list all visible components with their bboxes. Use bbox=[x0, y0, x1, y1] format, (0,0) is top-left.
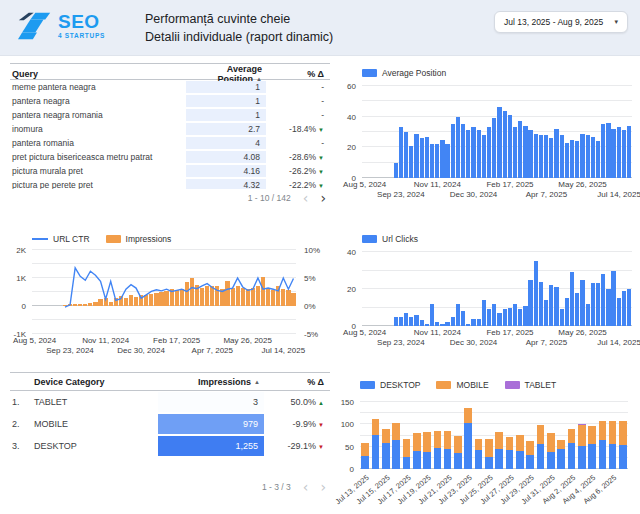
data-bar[interactable] bbox=[570, 272, 574, 326]
data-bar[interactable] bbox=[570, 140, 574, 178]
bar-stack[interactable] bbox=[454, 402, 462, 469]
data-bar[interactable] bbox=[456, 304, 460, 326]
data-bar[interactable] bbox=[409, 146, 413, 178]
data-bar[interactable] bbox=[482, 300, 486, 326]
table-row[interactable]: meme pantera neagra1- bbox=[10, 80, 330, 94]
data-bar[interactable] bbox=[611, 129, 615, 178]
data-bar[interactable] bbox=[596, 283, 600, 326]
bar-stack[interactable] bbox=[382, 402, 390, 469]
data-bar[interactable] bbox=[461, 124, 465, 178]
data-bar[interactable] bbox=[544, 300, 548, 326]
data-bar[interactable] bbox=[539, 282, 543, 326]
data-bar[interactable] bbox=[554, 129, 558, 178]
data-bar[interactable] bbox=[544, 135, 548, 178]
data-bar[interactable] bbox=[513, 127, 517, 178]
bar-stack[interactable] bbox=[444, 402, 452, 469]
data-bar[interactable] bbox=[503, 309, 507, 326]
bar-stack[interactable] bbox=[485, 402, 493, 469]
data-bar[interactable] bbox=[425, 137, 429, 178]
data-bar[interactable] bbox=[534, 134, 538, 178]
data-bar[interactable] bbox=[606, 123, 610, 178]
bar-stack[interactable] bbox=[495, 402, 503, 469]
table-row[interactable]: inomura2.7-18.4%▼ bbox=[10, 122, 330, 136]
column-header[interactable]: Device Category bbox=[32, 377, 156, 387]
bar-stack[interactable] bbox=[392, 402, 400, 469]
data-bar[interactable] bbox=[461, 311, 465, 326]
data-bar[interactable] bbox=[560, 309, 564, 326]
bar-stack[interactable] bbox=[423, 402, 431, 469]
data-bar[interactable] bbox=[518, 121, 522, 178]
prev-page-button[interactable]: ‹ bbox=[303, 482, 309, 492]
date-range-picker[interactable]: Jul 13, 2025 - Aug 9, 2025 ▾ bbox=[494, 11, 628, 33]
data-bar[interactable] bbox=[611, 271, 615, 327]
data-bar[interactable] bbox=[591, 137, 595, 178]
next-page-button[interactable]: › bbox=[320, 482, 326, 492]
bar-stack[interactable] bbox=[372, 402, 380, 469]
data-bar[interactable] bbox=[622, 291, 626, 326]
data-bar[interactable] bbox=[606, 289, 610, 326]
data-bar[interactable] bbox=[409, 317, 413, 326]
data-bar[interactable] bbox=[414, 315, 418, 326]
data-bar[interactable] bbox=[586, 135, 590, 178]
legend-item[interactable]: DESKTOP bbox=[360, 380, 420, 390]
bar-stack[interactable] bbox=[537, 402, 545, 469]
data-bar[interactable] bbox=[482, 135, 486, 178]
bar-stack[interactable] bbox=[464, 402, 472, 469]
data-bar[interactable] bbox=[471, 127, 475, 178]
data-bar[interactable] bbox=[591, 283, 595, 326]
data-bar[interactable] bbox=[477, 130, 481, 178]
legend-item[interactable]: TABLET bbox=[505, 380, 557, 390]
bar-stack[interactable] bbox=[475, 402, 483, 469]
column-header[interactable]: Impressions▲ bbox=[156, 377, 266, 387]
table-row[interactable]: 3.DESKTOP1,255-29.1%▼ bbox=[10, 435, 330, 457]
data-bar[interactable] bbox=[560, 135, 564, 178]
table-row[interactable]: pictura murala pret4.16-26.2%▼ bbox=[10, 164, 330, 178]
data-bar[interactable] bbox=[492, 118, 496, 178]
bar-stack[interactable] bbox=[557, 402, 565, 469]
bar-stack[interactable] bbox=[506, 402, 514, 469]
data-bar[interactable] bbox=[622, 130, 626, 178]
data-bar[interactable] bbox=[414, 134, 418, 178]
table-row[interactable]: pantera neagra1- bbox=[10, 94, 330, 108]
data-bar[interactable] bbox=[513, 304, 517, 326]
data-bar[interactable] bbox=[601, 124, 605, 178]
column-header[interactable]: Query bbox=[10, 69, 184, 79]
table-row[interactable]: pictura pe perete pret4.32-22.2%▼ bbox=[10, 178, 330, 189]
data-bar[interactable] bbox=[549, 138, 553, 178]
bar-stack[interactable] bbox=[403, 402, 411, 469]
data-bar[interactable] bbox=[492, 304, 496, 326]
data-bar[interactable] bbox=[497, 107, 501, 178]
data-bar[interactable] bbox=[404, 313, 408, 326]
data-bar[interactable] bbox=[601, 274, 605, 326]
bar-stack[interactable] bbox=[599, 402, 607, 469]
legend-item[interactable]: MOBILE bbox=[436, 380, 488, 390]
table-row[interactable]: pantera romania4- bbox=[10, 136, 330, 150]
bar-stack[interactable] bbox=[413, 402, 421, 469]
data-bar[interactable] bbox=[487, 309, 491, 326]
data-bar[interactable] bbox=[580, 280, 584, 326]
data-bar[interactable] bbox=[528, 280, 532, 326]
bar-stack[interactable] bbox=[609, 402, 617, 469]
table-row[interactable]: 1.TABLET350.0%▲ bbox=[10, 391, 330, 413]
data-bar[interactable] bbox=[508, 115, 512, 178]
data-bar[interactable] bbox=[451, 317, 455, 326]
bar-stack[interactable] bbox=[588, 402, 596, 469]
data-bar[interactable] bbox=[586, 304, 590, 326]
data-bar[interactable] bbox=[466, 130, 470, 178]
next-page-button[interactable]: › bbox=[320, 193, 326, 203]
data-bar[interactable] bbox=[580, 134, 584, 178]
table-row[interactable]: 2.MOBILE979-9.9%▼ bbox=[10, 413, 330, 435]
legend-item[interactable]: Url Clicks bbox=[362, 234, 418, 244]
data-bar[interactable] bbox=[503, 111, 507, 178]
bar-stack[interactable] bbox=[547, 402, 555, 469]
bar-stack[interactable] bbox=[619, 402, 627, 469]
legend-item[interactable]: URL CTR bbox=[32, 234, 90, 244]
data-bar[interactable] bbox=[497, 313, 501, 326]
column-header[interactable]: % Δ bbox=[268, 69, 330, 79]
data-bar[interactable] bbox=[549, 285, 553, 326]
legend-item[interactable]: Average Position bbox=[362, 68, 446, 78]
data-bar[interactable] bbox=[596, 141, 600, 178]
data-bar[interactable] bbox=[435, 144, 439, 178]
data-bar[interactable] bbox=[430, 144, 434, 178]
data-bar[interactable] bbox=[394, 163, 398, 178]
